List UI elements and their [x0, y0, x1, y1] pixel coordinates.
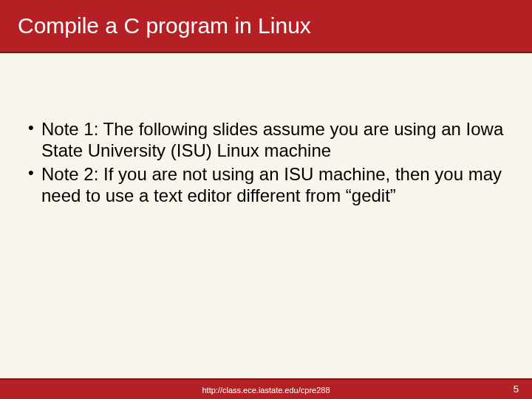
footer-bar: http://class.ece.iastate.edu/cpre288 5 — [0, 378, 532, 399]
bullet-item: Note 2: If you are not using an ISU mach… — [25, 163, 510, 207]
bullet-item: Note 1: The following slides assume you … — [25, 118, 510, 162]
page-number: 5 — [514, 383, 519, 395]
slide-title: Compile a C program in Linux — [18, 13, 311, 38]
slide-content: Note 1: The following slides assume you … — [25, 118, 510, 208]
footer-url: http://class.ece.iastate.edu/cpre288 — [202, 386, 330, 395]
title-bar: Compile a C program in Linux — [0, 0, 532, 53]
